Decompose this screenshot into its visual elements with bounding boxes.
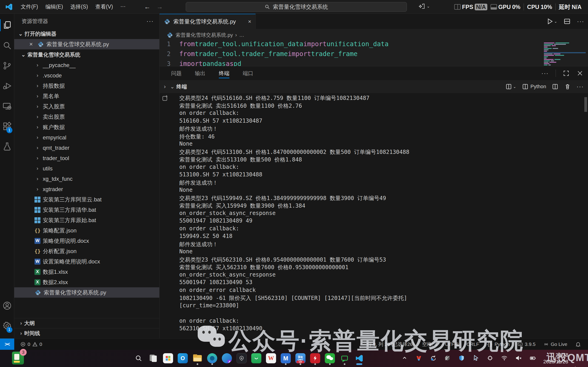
folder-row[interactable]: ›empyrical	[14, 132, 159, 143]
run-python-button[interactable]: ⌄	[546, 17, 557, 25]
minimap[interactable]	[542, 41, 586, 66]
taskbar-app-outlook[interactable]: O	[178, 351, 188, 365]
folder-row[interactable]: ›xg_tdx_func	[14, 174, 159, 184]
file-row[interactable]: 安装第三方库原始.bat	[14, 215, 159, 225]
taskbar-app-store[interactable]	[163, 351, 173, 365]
taskbar-app-wechat[interactable]	[324, 351, 335, 365]
activity-item-extensions[interactable]: 1	[0, 116, 14, 136]
copilot-button[interactable]: ⌄	[419, 3, 430, 10]
folder-row[interactable]: ›qmt_trader	[14, 143, 159, 153]
activity-item-account[interactable]	[0, 296, 14, 316]
kill-terminal-button[interactable]	[564, 83, 571, 90]
taskbar-app-task-view[interactable]	[148, 351, 159, 365]
activity-item-testing[interactable]	[0, 136, 14, 157]
taskbar-app-start[interactable]	[119, 351, 129, 365]
python-interpreter[interactable]: 3.9.5	[517, 342, 536, 347]
menu-item[interactable]: 文件(F)	[17, 2, 42, 12]
file-row[interactable]: 安装第三方库清华.bat	[14, 205, 159, 215]
taskbar-app-m365[interactable]: M	[281, 351, 291, 365]
folder-row[interactable]: ›卖出股票	[14, 112, 159, 122]
tab-active-file[interactable]: 索普量化雪球交易系统.py ×	[160, 14, 256, 29]
language-mode[interactable]: {} Python	[487, 342, 510, 347]
panel-tab-输出[interactable]: 输出	[195, 66, 205, 80]
activity-item-settings[interactable]: 1	[0, 316, 14, 336]
tray-theme-icon[interactable]	[443, 352, 452, 364]
activity-item-run-debug[interactable]	[0, 76, 14, 96]
file-row[interactable]: 索普量化雪球交易系统.py	[14, 287, 159, 298]
sidebar-more-actions[interactable]: ···	[146, 18, 154, 25]
file-row[interactable]: X数据1.xlsx	[14, 267, 159, 277]
command-center-search[interactable]: 索普量化雪球交易系统	[186, 2, 407, 12]
close-icon[interactable]: ×	[27, 41, 35, 48]
activity-item-source-control[interactable]	[0, 56, 14, 76]
layout-sidebar-icon[interactable]	[454, 4, 461, 10]
activity-item-remote-explorer[interactable]	[0, 96, 14, 116]
layout-panel-icon[interactable]	[491, 4, 497, 10]
split-terminal-button[interactable]	[552, 83, 559, 90]
file-row[interactable]: W策略使用说明.docx	[14, 236, 159, 246]
breadcrumb-more[interactable]: …	[239, 32, 244, 38]
tray-crosshair-icon[interactable]	[486, 352, 494, 364]
taskbar-app-ai-browser[interactable]: AI	[222, 351, 232, 365]
terminal-instance-python[interactable]: Python	[522, 83, 546, 90]
file-row[interactable]: W设置策略使用说明.docx	[14, 256, 159, 267]
taskbar-app-qmt[interactable]: 国金QMTVIP	[295, 351, 306, 365]
folder-row[interactable]: ›账户数据	[14, 122, 159, 132]
chevron-right-icon[interactable]: ›	[160, 83, 170, 90]
editor-more-actions[interactable]: ···	[577, 18, 584, 25]
activity-item-search[interactable]	[0, 35, 14, 56]
taskbar-app-chat-app[interactable]	[339, 351, 350, 365]
terminal-section-title[interactable]: ⌄ 终端	[170, 83, 187, 90]
cursor-position[interactable]: 行 8, 列 29 (已选择26)	[367, 341, 414, 348]
taskbar-clock[interactable]: 23:38 2025/11/23	[543, 352, 568, 365]
open-editor-item[interactable]: × 索普量化雪球交易系统.py	[14, 39, 159, 49]
launch-profile-button[interactable]: ⌄	[505, 83, 516, 90]
tab-close-icon[interactable]: ×	[248, 18, 251, 25]
remote-indicator[interactable]: ><	[0, 339, 14, 350]
panel-more-actions[interactable]: ···	[541, 70, 549, 77]
code-editor[interactable]: 1from trader_tool.unification_data impor…	[160, 41, 588, 66]
tray-defender-icon[interactable]	[457, 352, 466, 364]
taskbar-app-trade-app[interactable]	[310, 351, 320, 365]
split-editor-button[interactable]	[563, 17, 571, 25]
chevron-down-icon[interactable]: ⌄	[554, 19, 557, 24]
file-row[interactable]: {}分析配置.json	[14, 246, 159, 256]
tray-volume-muted-icon[interactable]	[514, 352, 523, 364]
maximize-panel-icon[interactable]	[563, 70, 570, 77]
panel-tab-端口[interactable]: 端口	[243, 66, 253, 80]
panel-tab-问题[interactable]: 问题	[171, 66, 182, 80]
menu-item[interactable]: 选择(S)	[67, 2, 92, 12]
breadcrumb-file[interactable]: 索普量化雪球交易系统.py	[176, 32, 233, 39]
taskbar-app-vscode[interactable]	[354, 351, 365, 365]
indentation[interactable]: 空格: 4	[422, 341, 437, 348]
breadcrumb[interactable]: 索普量化雪球交易系统.py › …	[160, 29, 588, 41]
open-editors-header[interactable]: ⌄ 打开的编辑器	[14, 28, 159, 39]
eol-sequence[interactable]: CRLF	[466, 342, 479, 347]
notifications-bell-icon[interactable]	[575, 341, 581, 347]
forward-arrow-icon[interactable]: →	[156, 3, 163, 11]
timeline-section[interactable]: › 时间线	[14, 328, 159, 338]
root-folder-row[interactable]: ⌄ 索普量化雪球交易系统	[14, 49, 159, 60]
menu-item[interactable]: ···	[117, 2, 129, 12]
folder-row[interactable]: ›utils	[14, 163, 159, 174]
file-row[interactable]: X数据2.xlsx	[14, 277, 159, 287]
folder-row[interactable]: ›xgtrader	[14, 184, 159, 194]
folder-row[interactable]: ›trader_tool	[14, 153, 159, 163]
tray-wps-tray-icon[interactable]	[415, 352, 423, 364]
file-row[interactable]: 安装第三方库阿里云.bat	[14, 194, 159, 205]
taskbar-left[interactable]: 3	[12, 352, 24, 365]
tray-pointer-icon[interactable]	[472, 352, 480, 364]
tray-wifi-icon[interactable]	[500, 352, 509, 364]
encoding[interactable]: UTF-8	[445, 342, 459, 347]
file-row[interactable]: {}策略配置.json	[14, 225, 159, 236]
outline-section[interactable]: › 大纲	[14, 318, 159, 328]
taskbar-app-game-app[interactable]	[236, 351, 247, 365]
taskbar-app-edge[interactable]	[207, 351, 217, 365]
taskbar-app-green-store[interactable]	[251, 351, 262, 365]
folder-row[interactable]: ›黑名单	[14, 91, 159, 101]
tray-sync-icon[interactable]	[429, 352, 437, 364]
menu-item[interactable]: 查看(V)	[92, 2, 117, 12]
panel-tab-终端[interactable]: 终端	[219, 66, 230, 80]
folder-row[interactable]: ›持股数据	[14, 81, 159, 91]
close-panel-icon[interactable]	[577, 70, 583, 77]
